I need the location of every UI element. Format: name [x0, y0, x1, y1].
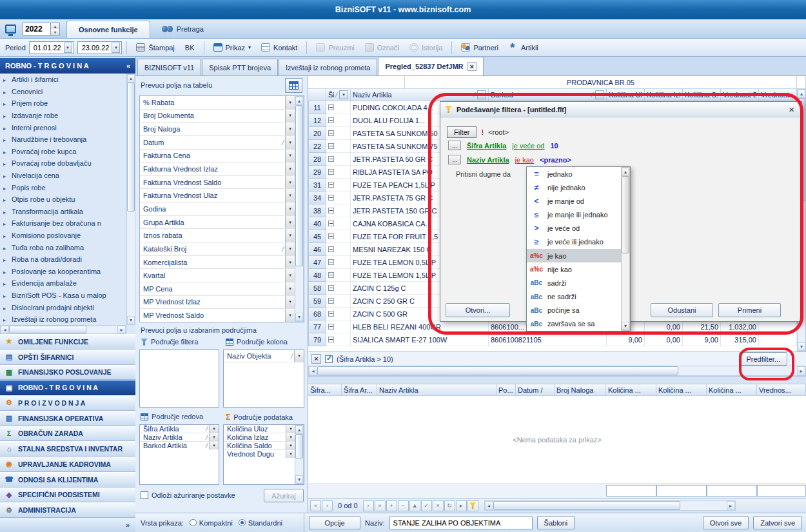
pivot-area-field[interactable]: Količina Izlaz — [224, 433, 295, 442]
radio-standardni[interactable]: Standardni — [239, 519, 282, 527]
operator-menu-item[interactable]: = jednako — [527, 167, 621, 181]
condition-options-button[interactable]: ... — [448, 155, 461, 164]
sidebar-section-button[interactable]: ◉ UPRAVLJANJE KADROVIMA — [0, 457, 135, 472]
dialog-close-icon[interactable]: × — [786, 104, 797, 115]
scroll-down-icon[interactable] — [622, 322, 629, 330]
pivot-field-item[interactable]: Grupa Artikla — [140, 216, 295, 230]
row-expand-cell[interactable] — [326, 192, 351, 204]
grid-col-kolicina-ulaz[interactable]: Količina Ulaz — [607, 89, 645, 101]
scroll-left-icon[interactable] — [309, 366, 317, 375]
sidebar-tree-item[interactable]: Tuđa roba na zalihama — [0, 241, 126, 253]
collapse-box-icon[interactable] — [328, 324, 334, 330]
sidebar-tree-item[interactable]: Otpis robe u objektu — [0, 193, 126, 206]
row-id-cell[interactable]: 28 — [308, 153, 326, 166]
scroll-thumb[interactable] — [127, 83, 135, 212]
field-dropdown-icon[interactable] — [285, 176, 295, 189]
filter-group-button[interactable]: Filter — [447, 126, 477, 138]
predfilter-button[interactable]: Predfilter... — [739, 352, 787, 366]
sidebar-tree-item[interactable]: Evidencija ambalaže — [0, 277, 126, 290]
condition-options-button[interactable]: ... — [448, 141, 461, 150]
sidebar-section-button[interactable]: ⚙ P R O I Z V O D N J A — [0, 395, 135, 411]
row-id-cell[interactable]: 11 — [308, 101, 326, 114]
operator-menu-item[interactable]: aBc završava se sa — [527, 317, 621, 331]
pivot-field-item[interactable]: Fakturna Vrednost Ulaz — [140, 189, 295, 202]
radio-kompaktni[interactable]: Kompaktni — [190, 519, 233, 527]
row-id-cell[interactable]: 48 — [308, 269, 326, 282]
object-group-header[interactable]: PRODAVNICA BR.05 — [405, 76, 797, 89]
sidebar-collapse-button[interactable]: « — [126, 62, 130, 70]
field-dropdown-icon[interactable] — [285, 163, 295, 175]
sidebar-section-button[interactable]: ▥ FINANSIJSKA OPERATIVA — [0, 411, 135, 426]
scroll-left-icon[interactable] — [1, 326, 9, 333]
row-expand-cell[interactable] — [326, 282, 351, 295]
field-dropdown-icon[interactable] — [285, 242, 295, 255]
scroll-left-icon[interactable] — [485, 501, 493, 510]
pivot-field-item[interactable]: % Rabata — [140, 96, 295, 110]
row-expand-cell[interactable] — [326, 256, 351, 269]
detail-col[interactable]: Vrednos... — [757, 384, 806, 396]
row-id-cell[interactable]: 29 — [308, 166, 326, 179]
row-expand-cell[interactable] — [326, 230, 351, 243]
row-id-cell[interactable]: 22 — [308, 140, 326, 153]
year-input[interactable] — [23, 23, 51, 35]
radio-selected-icon[interactable] — [239, 519, 246, 526]
sidebar-tree-item[interactable]: Povraćaj robe kupca — [0, 146, 126, 158]
operator-menu-item[interactable]: ≥ je veće ili jednako — [527, 235, 621, 249]
sidebar-section-button[interactable]: ☎ ODNOSI SA KLIJENTIMA — [0, 472, 135, 488]
navigator-button[interactable]: › — [363, 500, 374, 511]
sidebar-tree-item[interactable]: Povraćaj robe dobavljaču — [0, 157, 126, 170]
scroll-thumb[interactable] — [295, 105, 303, 266]
pivot-field-item[interactable]: MP Cena — [140, 282, 295, 296]
navigator-button[interactable]: « — [310, 500, 321, 511]
row-expand-cell[interactable] — [326, 101, 351, 114]
field-dropdown-icon[interactable] — [285, 202, 295, 215]
operator-menu-item[interactable]: aBc ne sadrži — [527, 290, 621, 304]
field-dropdown-icon[interactable] — [286, 442, 295, 449]
row-id-cell[interactable]: 79 — [308, 333, 326, 346]
sidebar-tree-item[interactable]: Fakturisanje bez obračuna n — [0, 217, 126, 230]
navigator-button[interactable]: » — [375, 500, 386, 511]
scroll-track[interactable] — [295, 434, 303, 475]
scroll-right-icon[interactable] — [727, 501, 735, 510]
scroll-track[interactable] — [317, 366, 797, 375]
options-button[interactable]: Opcije — [309, 516, 360, 529]
row-expand-cell[interactable] — [326, 333, 351, 346]
tab-osnovne-funkcije[interactable]: Osnovne funkcije — [66, 21, 150, 38]
row-expand-cell[interactable] — [326, 243, 351, 256]
scroll-down-icon[interactable] — [295, 313, 303, 321]
collapse-box-icon[interactable] — [328, 104, 334, 110]
detail-col[interactable]: Naziv Artikla — [377, 384, 496, 396]
collapse-box-icon[interactable] — [328, 337, 334, 342]
scroll-down-icon[interactable] — [127, 316, 135, 324]
sidebar-tree-item[interactable]: Poslovanje sa kooperantima — [0, 266, 126, 278]
collapse-box-icon[interactable] — [328, 195, 334, 201]
column-filter-icon[interactable] — [595, 90, 604, 99]
field-dropdown-icon[interactable] — [286, 450, 295, 458]
pivot-field-item[interactable]: Broj Naloga — [140, 123, 295, 136]
sidebar-tree-item[interactable]: Komisiono poslovanje — [0, 230, 126, 242]
sidebar-section-button[interactable]: ★ OMILJENE FUNKCIJE — [0, 334, 135, 350]
operator-menu-item[interactable]: > je veće od — [527, 222, 621, 235]
spin-down-icon[interactable] — [51, 29, 59, 35]
filter-enabled-checkbox[interactable] — [325, 355, 333, 363]
root-node-label[interactable]: <root> — [488, 128, 509, 136]
row-expand-cell[interactable] — [326, 320, 351, 333]
document-tab[interactable]: Pregled_52837 DefJMR × — [378, 57, 484, 75]
sidebar-tree-item[interactable]: Izdavanje robe — [0, 110, 126, 122]
collapse-box-icon[interactable] — [328, 285, 334, 291]
scroll-track[interactable] — [493, 501, 727, 510]
pivot-field-item[interactable]: Iznos rabata — [140, 229, 295, 242]
scroll-up-icon[interactable] — [127, 74, 135, 83]
operator-menu-item[interactable]: a%c je kao — [527, 249, 621, 262]
toolbar-button[interactable]: Označi — [360, 41, 404, 54]
column-filter-icon[interactable] — [477, 90, 486, 99]
row-expand-cell[interactable] — [326, 114, 351, 127]
toolbar-button[interactable]: Artikli — [504, 41, 543, 54]
scroll-thumb[interactable] — [295, 434, 303, 458]
sidebar-section-button[interactable]: ▤ OPŠTI ŠIFARNICI — [0, 350, 135, 365]
navigator-button[interactable]: ▲ — [409, 500, 420, 511]
pivot-field-item[interactable]: Datum / — [140, 136, 295, 150]
layout-grid-button[interactable] — [285, 78, 302, 93]
detail-col[interactable]: Po... — [496, 384, 516, 396]
detail-col[interactable]: Šifra Ar... — [342, 384, 377, 396]
